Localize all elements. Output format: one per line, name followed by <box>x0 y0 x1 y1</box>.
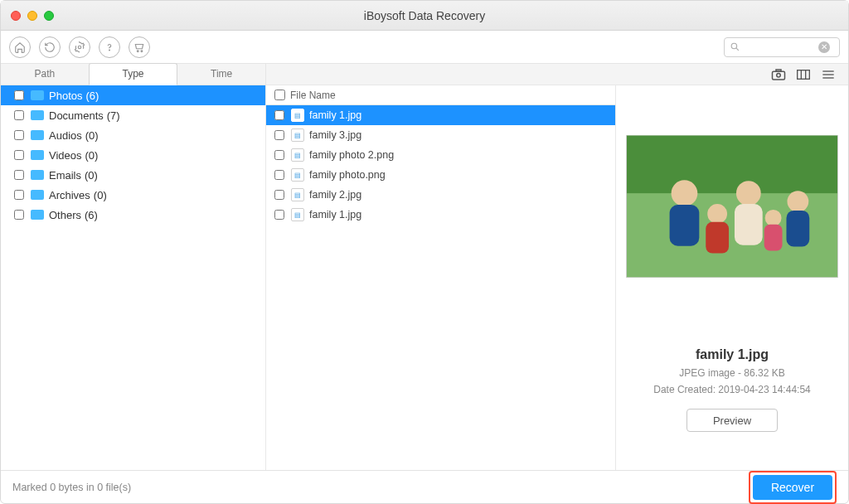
tab-type[interactable]: Type <box>89 63 178 85</box>
file-row[interactable]: ▤family 1.jpg <box>266 105 615 125</box>
category-checkbox[interactable] <box>14 190 24 200</box>
search-input[interactable] <box>744 41 818 53</box>
svg-rect-6 <box>773 71 785 80</box>
tab-path[interactable]: Path <box>1 64 89 85</box>
category-checkbox[interactable] <box>14 150 24 160</box>
sidebar-item-videos[interactable]: Videos (0) <box>1 145 265 165</box>
category-label: Others <box>49 209 81 221</box>
category-count: (0) <box>94 189 107 201</box>
file-row[interactable]: ▤family 3.jpg <box>266 125 615 145</box>
view-mode-icons <box>770 67 848 82</box>
sidebar-item-emails[interactable]: Emails (0) <box>1 165 265 185</box>
file-row[interactable]: ▤family photo.png <box>266 165 615 185</box>
preview-date-created: Date Created: 2019-04-23 14:44:54 <box>653 384 810 395</box>
svg-rect-20 <box>706 222 729 254</box>
tab-time[interactable]: Time <box>177 64 265 85</box>
svg-point-2 <box>137 50 138 51</box>
preview-filename: family 1.jpg <box>696 347 769 362</box>
file-row[interactable]: ▤family 2.jpg <box>266 185 615 205</box>
file-row[interactable]: ▤family 1.jpg <box>266 205 615 225</box>
folder-icon <box>31 90 44 100</box>
category-count: (6) <box>85 209 98 221</box>
list-icon[interactable] <box>820 67 837 82</box>
preview-button[interactable]: Preview <box>686 409 778 432</box>
category-count: (0) <box>85 149 99 162</box>
toolbar-icons <box>9 36 150 58</box>
svg-point-21 <box>736 181 761 206</box>
file-icon: ▤ <box>291 208 304 221</box>
title-bar: iBoysoft Data Recovery <box>1 1 848 31</box>
svg-point-25 <box>787 191 808 212</box>
sidebar-item-audios[interactable]: Audios (0) <box>1 125 265 145</box>
settings-icon[interactable] <box>69 36 90 58</box>
search-box[interactable]: ✕ <box>724 37 840 57</box>
footer: Marked 0 bytes in 0 file(s) Recover <box>1 470 848 503</box>
tabs-row: Path Type Time <box>1 64 848 85</box>
sidebar-item-archives[interactable]: Archives (0) <box>1 185 265 205</box>
refresh-icon[interactable] <box>39 36 61 58</box>
svg-point-4 <box>731 43 737 49</box>
file-icon: ▤ <box>291 109 304 122</box>
svg-point-19 <box>707 204 727 224</box>
svg-point-0 <box>78 46 81 49</box>
category-label: Photos <box>49 90 82 102</box>
file-icon: ▤ <box>291 148 304 162</box>
sidebar-item-photos[interactable]: Photos (6) <box>1 85 265 105</box>
category-count: (7) <box>107 109 120 122</box>
family-photo-placeholder <box>627 135 837 278</box>
help-icon[interactable] <box>99 36 120 58</box>
recover-button[interactable]: Recover <box>753 475 832 500</box>
svg-point-23 <box>765 210 782 226</box>
file-icon: ▤ <box>291 168 304 182</box>
folder-icon <box>31 170 44 180</box>
file-checkbox[interactable] <box>274 170 284 180</box>
recover-highlight: Recover <box>749 471 837 504</box>
file-checkbox[interactable] <box>274 130 284 140</box>
svg-rect-26 <box>786 211 809 247</box>
category-checkbox[interactable] <box>14 130 24 140</box>
file-checkbox[interactable] <box>274 150 284 160</box>
folder-icon <box>31 110 44 120</box>
selection-status: Marked 0 bytes in 0 file(s) <box>12 482 131 493</box>
file-name: family 2.jpg <box>309 189 361 201</box>
file-list-header-label: File Name <box>290 90 336 101</box>
category-checkbox[interactable] <box>14 110 24 120</box>
select-all-checkbox[interactable] <box>274 90 285 100</box>
folder-icon <box>31 210 44 220</box>
folder-icon <box>31 130 44 140</box>
home-icon[interactable] <box>9 36 31 58</box>
file-checkbox[interactable] <box>274 210 284 220</box>
file-list-header[interactable]: File Name <box>266 85 615 105</box>
file-checkbox[interactable] <box>274 190 284 200</box>
sidebar-item-documents[interactable]: Documents (7) <box>1 105 265 125</box>
file-icon: ▤ <box>291 128 304 142</box>
category-count: (6) <box>85 90 99 102</box>
file-checkbox[interactable] <box>274 110 284 120</box>
cart-icon[interactable] <box>129 36 150 58</box>
svg-point-3 <box>141 50 143 51</box>
svg-rect-16 <box>627 136 837 193</box>
svg-line-5 <box>736 48 739 51</box>
svg-rect-9 <box>798 70 810 79</box>
category-checkbox[interactable] <box>14 90 24 100</box>
sidebar-item-others[interactable]: Others (6) <box>1 205 265 225</box>
file-name: family 3.jpg <box>309 129 361 141</box>
file-name: family photo 2.png <box>309 149 394 161</box>
file-row[interactable]: ▤family photo 2.png <box>266 145 615 165</box>
svg-rect-24 <box>764 225 783 251</box>
svg-point-7 <box>777 73 781 77</box>
category-checkbox[interactable] <box>14 210 24 220</box>
file-icon: ▤ <box>291 188 304 201</box>
category-count: (0) <box>85 129 99 142</box>
camera-icon[interactable] <box>770 67 787 82</box>
preview-thumbnail <box>626 135 838 278</box>
category-label: Audios <box>49 129 82 142</box>
view-tabs: Path Type Time <box>1 64 266 85</box>
main-body: Photos (6)Documents (7)Audios (0)Videos … <box>1 85 848 470</box>
category-checkbox[interactable] <box>14 170 24 180</box>
svg-rect-22 <box>735 204 763 245</box>
file-name: family 1.jpg <box>309 209 361 220</box>
clear-search-icon[interactable]: ✕ <box>818 41 830 53</box>
columns-icon[interactable] <box>795 67 812 82</box>
file-name: family photo.png <box>309 169 386 181</box>
